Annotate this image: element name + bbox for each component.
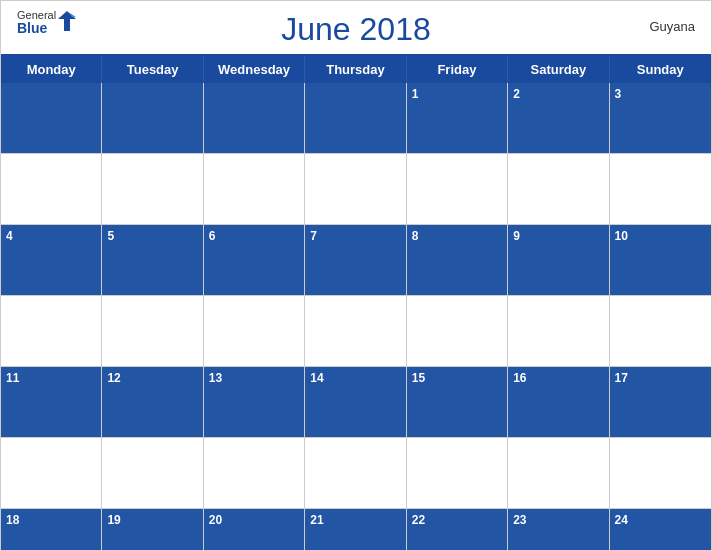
country-label: Guyana — [649, 19, 695, 34]
day-cell: 22 — [407, 509, 508, 550]
day-cell: 17 — [610, 367, 711, 437]
day-cell: 1 — [407, 83, 508, 153]
day-cell: 19 — [102, 509, 203, 550]
day-number: 7 — [310, 229, 317, 243]
day-cell — [102, 296, 203, 366]
day-cell — [610, 438, 711, 508]
day-cell — [610, 296, 711, 366]
day-cell: 20 — [204, 509, 305, 550]
day-number: 21 — [310, 513, 323, 527]
day-header-monday: Monday — [1, 56, 102, 83]
day-number: 8 — [412, 229, 419, 243]
day-cell: 5 — [102, 225, 203, 295]
calendar-container: General Blue June 2018 Guyana MondayTues… — [0, 0, 712, 550]
week-row: 123 — [1, 83, 711, 154]
day-header-thursday: Thursday — [305, 56, 406, 83]
day-cell: 6 — [204, 225, 305, 295]
day-header-tuesday: Tuesday — [102, 56, 203, 83]
day-number: 18 — [6, 513, 19, 527]
day-number: 20 — [209, 513, 222, 527]
calendar-header: General Blue June 2018 Guyana — [1, 1, 711, 54]
day-cell — [305, 438, 406, 508]
day-cell: 7 — [305, 225, 406, 295]
week-row — [1, 438, 711, 509]
day-number: 15 — [412, 371, 425, 385]
day-cell — [508, 296, 609, 366]
day-cell: 9 — [508, 225, 609, 295]
day-number: 13 — [209, 371, 222, 385]
day-number: 22 — [412, 513, 425, 527]
day-cell — [305, 296, 406, 366]
day-cell: 10 — [610, 225, 711, 295]
day-cell — [204, 296, 305, 366]
day-number: 1 — [412, 87, 419, 101]
day-cell — [1, 438, 102, 508]
day-header-friday: Friday — [407, 56, 508, 83]
day-cell: 21 — [305, 509, 406, 550]
day-cell — [204, 83, 305, 153]
day-cell: 14 — [305, 367, 406, 437]
day-number: 10 — [615, 229, 628, 243]
day-cell — [407, 296, 508, 366]
day-cell: 24 — [610, 509, 711, 550]
logo-area: General Blue — [17, 9, 76, 36]
day-header-sunday: Sunday — [610, 56, 711, 83]
day-number: 19 — [107, 513, 120, 527]
day-number: 12 — [107, 371, 120, 385]
day-cell: 23 — [508, 509, 609, 550]
day-cell: 4 — [1, 225, 102, 295]
day-cell: 16 — [508, 367, 609, 437]
weeks-container: 1234567891011121314151617181920212223242… — [1, 83, 711, 550]
day-cell: 11 — [1, 367, 102, 437]
day-cell: 2 — [508, 83, 609, 153]
week-row — [1, 154, 711, 225]
day-cell — [102, 438, 203, 508]
day-headers-row: MondayTuesdayWednesdayThursdayFridaySatu… — [1, 56, 711, 83]
day-cell — [508, 154, 609, 224]
svg-marker-0 — [58, 11, 76, 31]
day-number: 3 — [615, 87, 622, 101]
week-row: 45678910 — [1, 225, 711, 296]
week-row: 18192021222324 — [1, 509, 711, 550]
day-number: 23 — [513, 513, 526, 527]
logo-bird-icon — [58, 9, 76, 33]
week-row — [1, 296, 711, 367]
day-cell — [204, 438, 305, 508]
day-number: 14 — [310, 371, 323, 385]
day-number: 6 — [209, 229, 216, 243]
day-number: 24 — [615, 513, 628, 527]
week-row: 11121314151617 — [1, 367, 711, 438]
day-cell — [102, 154, 203, 224]
day-number: 11 — [6, 371, 19, 385]
day-cell: 13 — [204, 367, 305, 437]
day-cell: 12 — [102, 367, 203, 437]
day-cell — [305, 83, 406, 153]
day-header-saturday: Saturday — [508, 56, 609, 83]
calendar-title: June 2018 — [281, 11, 430, 48]
day-cell: 15 — [407, 367, 508, 437]
day-cell: 18 — [1, 509, 102, 550]
day-number: 2 — [513, 87, 520, 101]
logo-blue: Blue — [17, 21, 56, 36]
day-number: 9 — [513, 229, 520, 243]
day-number: 17 — [615, 371, 628, 385]
day-header-wednesday: Wednesday — [204, 56, 305, 83]
day-number: 4 — [6, 229, 13, 243]
day-cell — [407, 438, 508, 508]
day-cell — [1, 83, 102, 153]
day-number: 16 — [513, 371, 526, 385]
day-cell — [102, 83, 203, 153]
day-number: 5 — [107, 229, 114, 243]
day-cell — [508, 438, 609, 508]
day-cell — [1, 154, 102, 224]
calendar-grid: MondayTuesdayWednesdayThursdayFridaySatu… — [1, 54, 711, 550]
day-cell: 8 — [407, 225, 508, 295]
day-cell — [1, 296, 102, 366]
day-cell — [610, 154, 711, 224]
day-cell — [407, 154, 508, 224]
day-cell: 3 — [610, 83, 711, 153]
day-cell — [305, 154, 406, 224]
day-cell — [204, 154, 305, 224]
